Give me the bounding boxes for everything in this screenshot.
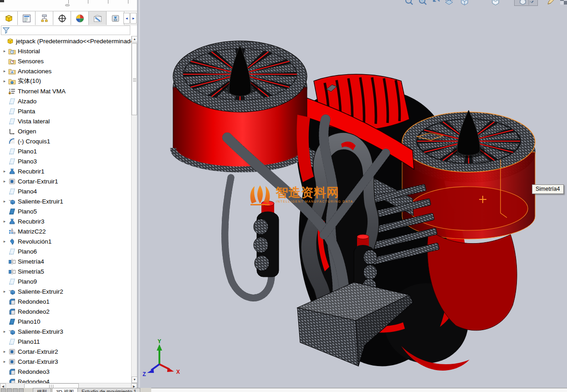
tree-item[interactable]: Plano9 <box>0 276 131 286</box>
tree-root-item[interactable]: jetpack (Predeterminado<<Predeterminado> <box>0 36 131 46</box>
tree-item[interactable]: ▸实体(10) <box>0 76 131 86</box>
tree-item[interactable]: Alzado <box>0 96 131 106</box>
property-icon <box>22 14 31 23</box>
cut-extrude-icon <box>8 178 16 185</box>
tree-filter-input[interactable] <box>1 25 130 35</box>
pattern-icon <box>8 228 16 235</box>
tree-item[interactable]: Redondeo1 <box>0 296 131 306</box>
panel-tab-configurationmanager[interactable] <box>36 11 53 25</box>
tree-item[interactable]: Redondeo3 <box>0 367 131 377</box>
plane-icon <box>8 248 16 255</box>
tree-item-label: Redondeo1 <box>18 298 50 305</box>
tree-item[interactable]: (-) Croquis1 <box>0 136 131 146</box>
bottom-tool-button[interactable] <box>13 388 18 392</box>
panel-tab-displaymanager[interactable] <box>71 11 89 25</box>
commandmanager-collapse-handle[interactable] <box>65 4 70 6</box>
expand-arrow-icon[interactable]: ▸ <box>0 199 8 204</box>
expand-arrow-icon[interactable]: ▸ <box>0 69 8 73</box>
tree-item[interactable]: Thornel Mat VMA <box>0 86 131 96</box>
tree-item-label: (-) Croquis1 <box>18 138 50 145</box>
sketch-icon <box>8 137 16 145</box>
tab-scroll-left-button[interactable]: ◂ <box>123 13 130 24</box>
bottom-tool-button[interactable] <box>1 388 6 392</box>
tree-item[interactable]: Planta <box>0 106 131 116</box>
tree-item-label: MatrizC22 <box>18 228 46 235</box>
tree-item[interactable]: Redondeo4 <box>0 377 131 383</box>
plane-icon <box>8 148 16 155</box>
tree-vertical-scrollbar[interactable]: ▲ ▼ <box>131 36 137 383</box>
tree-item[interactable]: ▸Saliente-Extruir3 <box>0 326 131 336</box>
expand-arrow-icon[interactable]: ▸ <box>0 49 8 53</box>
plane-icon <box>8 158 16 165</box>
tree-item[interactable]: Plano1 <box>0 146 131 156</box>
part-icon <box>6 37 14 45</box>
bottom-tool-button[interactable] <box>7 388 12 392</box>
tree-item[interactable]: ▸Revolución1 <box>0 236 131 246</box>
bottom-tool-button[interactable] <box>19 388 24 392</box>
tree-item[interactable]: ▸Cortar-Extruir1 <box>0 176 131 186</box>
panel-tab-featuremanager[interactable] <box>0 11 18 25</box>
cut-extrude-icon <box>8 358 16 366</box>
tab-motion-study[interactable]: Estudio de movimiento 1 <box>77 388 140 392</box>
expand-arrow-icon[interactable]: ▸ <box>0 179 8 183</box>
expand-arrow-icon[interactable]: ▸ <box>0 349 8 354</box>
tree-item[interactable]: Origen <box>0 126 131 136</box>
plane-icon <box>8 338 16 346</box>
tree-item-label: Thornel Mat VMA <box>18 88 66 95</box>
expand-arrow-icon[interactable]: ▸ <box>0 219 8 224</box>
expand-arrow-icon[interactable]: ▸ <box>0 289 8 294</box>
tree-item-label: Plano1 <box>18 148 37 155</box>
boss-extrude-icon <box>8 288 16 295</box>
tree-item-label: Plano6 <box>18 248 37 255</box>
tree-item-label: Simetría5 <box>18 268 44 275</box>
tree-item[interactable]: Plano4 <box>0 186 131 196</box>
tab-model[interactable]: 模型 <box>33 388 51 392</box>
expand-arrow-icon[interactable]: ▸ <box>0 79 8 83</box>
tree-item[interactable]: Plano6 <box>0 246 131 256</box>
tree-item-label: Plano3 <box>18 158 37 165</box>
panel-tab-print3d[interactable] <box>107 11 124 25</box>
tree-item[interactable]: Plano10 <box>0 316 131 326</box>
tree-item[interactable]: ▸AAnotaciones <box>0 66 131 76</box>
left-throttle-handle[interactable] <box>254 201 279 277</box>
tree-item-label: Simetría4 <box>18 258 44 265</box>
expand-arrow-icon[interactable]: ▸ <box>0 169 8 173</box>
print3d-icon <box>111 14 120 23</box>
panel-tab-propertymanager[interactable] <box>18 11 36 25</box>
tree-item[interactable]: ▸Cortar-Extruir3 <box>0 356 131 367</box>
tree-item[interactable]: Simetría5 <box>0 266 131 276</box>
bottom-strip-filler <box>151 388 567 392</box>
tab-3d-views[interactable]: 3D 视图 <box>52 388 78 392</box>
tree-item[interactable]: ▸Cortar-Extruir2 <box>0 346 131 356</box>
tab-scroll-right-button[interactable]: ▸ <box>130 13 137 24</box>
config-icon <box>40 14 49 23</box>
tree-item[interactable]: Simetría4 <box>0 256 131 266</box>
jetpack-3d-model[interactable]: Y X Z <box>140 0 567 392</box>
tree-item[interactable]: ▸Saliente-Extruir2 <box>0 286 131 296</box>
mirror-icon <box>8 268 16 275</box>
plane-icon <box>8 107 16 115</box>
feature-tree: jetpack (Predeterminado<<Predeterminado>… <box>0 36 131 383</box>
panel-tab-dimxpertmanager[interactable] <box>53 11 71 25</box>
tree-item[interactable]: Vista lateral <box>0 116 131 126</box>
triad-z-label: Z <box>143 371 146 377</box>
tree-item-label: Plano10 <box>18 318 41 325</box>
tree-item[interactable]: Plano11 <box>0 336 131 346</box>
tree-item-label: Revolución1 <box>18 238 51 245</box>
tree-item-label: Plano4 <box>18 188 37 195</box>
expand-arrow-icon[interactable]: ▸ <box>0 329 8 334</box>
tree-item[interactable]: ▸Recubrir1 <box>0 166 131 176</box>
tree-item[interactable]: Plano5 <box>0 206 131 216</box>
expand-arrow-icon[interactable]: ▸ <box>0 239 8 244</box>
tree-item[interactable]: MatrizC22 <box>0 226 131 236</box>
graphics-viewport[interactable]: Y X Z 智造资料网 INTELLIGENT MANUFACTURING DA… <box>140 0 567 392</box>
tree-item[interactable]: Plano3 <box>0 156 131 166</box>
tree-item[interactable]: ▸Recubrir3 <box>0 216 131 226</box>
tree-item[interactable]: Sensores <box>0 56 131 66</box>
expand-arrow-icon[interactable]: ▸ <box>0 359 8 364</box>
vertical-scroll-thumb[interactable] <box>132 43 137 115</box>
tree-item[interactable]: ▸Saliente-Extruir1 <box>0 196 131 206</box>
panel-tab-visualize[interactable] <box>89 11 107 25</box>
tree-item[interactable]: Redondeo2 <box>0 306 131 316</box>
tree-item[interactable]: ▸Historial <box>0 46 131 56</box>
